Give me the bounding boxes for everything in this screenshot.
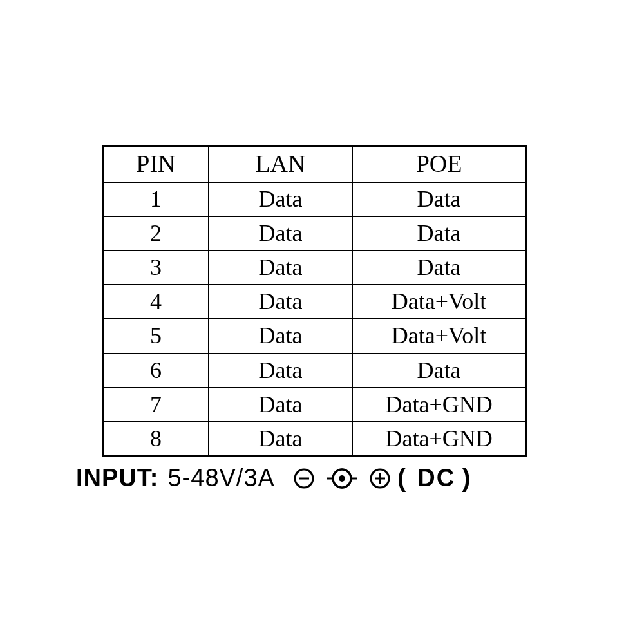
pinout-table-container: PIN LAN POE 1 Data Data 2 Data Data 3 Da… xyxy=(102,145,527,457)
cell-poe: Data xyxy=(352,354,526,388)
table-row: 3 Data Data xyxy=(103,251,526,285)
cell-lan: Data xyxy=(209,285,352,319)
cell-lan: Data xyxy=(209,216,352,251)
polarity-outer-negative-icon xyxy=(293,468,315,489)
dc-paren-open: ( xyxy=(397,464,406,493)
cell-poe: Data+GND xyxy=(352,388,526,422)
cell-pin: 1 xyxy=(103,182,209,216)
cell-pin: 3 xyxy=(103,251,209,285)
cell-pin: 2 xyxy=(103,216,209,251)
cell-lan: Data xyxy=(209,182,352,216)
cell-poe: Data xyxy=(352,251,526,285)
dc-polarity-symbols xyxy=(293,468,391,489)
cell-poe: Data+GND xyxy=(352,422,526,457)
table-row: 8 Data Data+GND xyxy=(103,422,526,457)
table-row: 5 Data Data+Volt xyxy=(103,319,526,353)
table-row: 6 Data Data xyxy=(103,354,526,388)
input-spec-line: INPUT: 5-48V/3A ( DC ) xyxy=(76,464,470,493)
cell-poe: Data+Volt xyxy=(352,319,526,353)
table-body: 1 Data Data 2 Data Data 3 Data Data 4 Da… xyxy=(103,182,526,457)
table-header-row: PIN LAN POE xyxy=(103,146,526,182)
polarity-outer-positive-icon xyxy=(369,468,391,489)
cell-poe: Data xyxy=(352,182,526,216)
cell-lan: Data xyxy=(209,354,352,388)
header-lan: LAN xyxy=(209,146,352,182)
cell-poe: Data+Volt xyxy=(352,285,526,319)
dc-paren-close: ) xyxy=(462,464,470,493)
table-row: 2 Data Data xyxy=(103,216,526,251)
header-pin: PIN xyxy=(103,146,209,182)
cell-lan: Data xyxy=(209,319,352,353)
header-poe: POE xyxy=(352,146,526,182)
cell-pin: 4 xyxy=(103,285,209,319)
cell-lan: Data xyxy=(209,388,352,422)
cell-poe: Data xyxy=(352,216,526,251)
cell-lan: Data xyxy=(209,251,352,285)
table-row: 7 Data Data+GND xyxy=(103,388,526,422)
dc-label: DC xyxy=(417,464,455,492)
cell-pin: 7 xyxy=(103,388,209,422)
pinout-table: PIN LAN POE 1 Data Data 2 Data Data 3 Da… xyxy=(102,145,527,457)
input-value: 5-48V/3A xyxy=(167,464,274,492)
cell-pin: 5 xyxy=(103,319,209,353)
table-row: 4 Data Data+Volt xyxy=(103,285,526,319)
cell-lan: Data xyxy=(209,422,352,457)
polarity-center-barrel-icon xyxy=(327,468,357,489)
cell-pin: 8 xyxy=(103,422,209,457)
cell-pin: 6 xyxy=(103,354,209,388)
svg-point-3 xyxy=(339,475,345,482)
table-row: 1 Data Data xyxy=(103,182,526,216)
input-label: INPUT: xyxy=(76,464,158,492)
